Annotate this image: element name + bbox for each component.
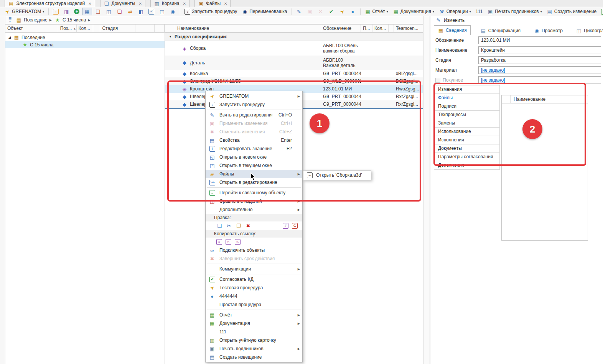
blocks-view-button[interactable]: ◰ — [157, 8, 167, 15]
context-menu-item[interactable]: ▤Создать извещение — [206, 353, 302, 361]
aspect-tab[interactable]: Файлы — [434, 94, 499, 102]
column-header[interactable] — [165, 25, 175, 32]
properties-tab[interactable]: ◉Просмотр — [530, 26, 566, 35]
context-menu-item[interactable]: Коммуникации▶ — [206, 265, 302, 273]
column-header[interactable]: П... — [361, 25, 372, 32]
aspect-tab[interactable]: Исполнения — [434, 136, 499, 144]
tree-view-button[interactable]: ◧ — [136, 8, 146, 15]
aspect-tab[interactable]: Документы — [434, 144, 499, 153]
field-input[interactable]: [не задано] — [478, 66, 601, 74]
context-menu-item[interactable]: →Перейти к связанному объекту — [206, 189, 302, 197]
run-procedure-button[interactable]: ↓Запустить процедуру — [183, 8, 239, 15]
column-header[interactable]: Обозначение — [321, 25, 361, 32]
context-menu-item[interactable]: Дополнительно▶ — [206, 205, 302, 214]
web-procedure-button[interactable]: ● — [348, 8, 358, 15]
ref-r-icon[interactable]: R. — [235, 239, 241, 245]
context-menu-item[interactable]: ∞Подключить объекты — [206, 246, 302, 254]
column-header[interactable] — [93, 25, 100, 32]
field-input[interactable]: [не задано] — [478, 76, 601, 84]
context-menu-item[interactable]: ▦Отчёт▶ — [206, 311, 302, 319]
tab-close-icon[interactable]: ✕ — [138, 2, 142, 6]
files-header-name[interactable]: Наименование — [511, 95, 588, 103]
tab-close-icon[interactable]: ✕ — [183, 2, 186, 6]
column-header[interactable]: Наименование — [175, 25, 321, 32]
documentation-button[interactable]: ▦Документация▾ — [391, 8, 436, 15]
copy-icon[interactable]: ❏ — [216, 223, 222, 229]
print-originals-button[interactable]: ▣Печать подлинников▾ — [485, 8, 544, 15]
cancel-changes-button[interactable]: ✕ — [316, 8, 326, 15]
context-menu-item[interactable]: ◱Открыть в новом окне — [206, 153, 302, 161]
document-tab[interactable]: ❏Документы✕ — [100, 0, 145, 7]
field-input[interactable]: Кронштейн — [478, 46, 601, 54]
context-menu-item[interactable]: ✎Взять на редактированиеCtrl+O — [206, 111, 302, 119]
column-header[interactable]: Поз...▲ — [58, 25, 77, 32]
document-tab[interactable]: ▥Корзина✕ — [150, 0, 189, 7]
group-expander-icon[interactable]: ▾ — [168, 35, 172, 38]
tab-close-icon[interactable]: ✕ — [88, 2, 91, 6]
context-menu-item[interactable]: ✖Отменить измененияCtrl+Z — [206, 128, 302, 136]
wizard-button[interactable]: ◨ — [61, 8, 71, 15]
apply-changes-button[interactable]: ▣ — [305, 8, 315, 15]
column-header[interactable]: Объект — [5, 25, 58, 32]
aspect-tab[interactable]: Замены — [434, 119, 499, 128]
paste-icon[interactable]: ❐ — [236, 223, 242, 229]
report-button[interactable]: ▦Отчёт▾ — [363, 8, 390, 15]
properties-tab[interactable]: ◫Циклограмма — [572, 26, 603, 35]
table-row[interactable]: ◈СборкаАБВГ.100 Очень важная сборка — [165, 41, 423, 56]
doc-g-icon[interactable]: G — [292, 223, 298, 229]
column-header[interactable] — [135, 25, 155, 32]
column-header[interactable]: Стадия — [100, 25, 135, 32]
sync-button[interactable]: ⇄ — [125, 8, 135, 15]
aspect-tab[interactable]: Использование — [434, 128, 499, 136]
field-input[interactable]: 123.01.01 МИ — [478, 36, 601, 44]
aspect-tab[interactable]: Подписи — [434, 102, 499, 111]
approve-button[interactable]: ✔ — [326, 8, 336, 15]
tree-item[interactable]: ◢▦Последние — [5, 34, 165, 41]
greenatom-menu-button[interactable]: ➤GREENATOM▾ — [2, 8, 46, 15]
context-menu-item[interactable]: ▦Документация▶ — [206, 319, 302, 328]
preview-button[interactable]: ◉ — [168, 8, 178, 15]
aspect-tab[interactable]: Изменения — [434, 85, 499, 94]
properties-tab[interactable]: ▦Сведения — [434, 25, 471, 35]
compare-originals-button[interactable]: ±Сравнить подлинники — [599, 8, 603, 15]
column-header[interactable]: Кол... — [77, 25, 94, 32]
tree-expander-icon[interactable]: ◢ — [8, 36, 12, 39]
ref-p-icon[interactable]: P. — [226, 239, 231, 245]
copy-document-button[interactable]: ❏ — [93, 8, 103, 15]
panel-splitter[interactable] — [423, 16, 430, 364]
aspect-tab[interactable]: Параметры согласования — [434, 153, 499, 161]
column-header[interactable] — [389, 25, 394, 32]
field-input[interactable]: Разработка — [478, 56, 601, 64]
not-set-link[interactable]: [не задано] — [481, 77, 505, 83]
column-header[interactable] — [155, 25, 165, 32]
take-for-edit-button[interactable]: ✎ — [294, 8, 304, 15]
checkbox[interactable] — [435, 78, 440, 83]
tab-close-icon[interactable]: ✕ — [224, 2, 227, 6]
spec-section-group-row[interactable]: ▾ Раздел спецификации: — [165, 33, 423, 41]
structure-button[interactable]: ◫ — [104, 8, 114, 15]
context-menu-item[interactable]: ✖Завершить срок действия — [206, 254, 302, 263]
breadcrumb-item[interactable]: ★С 15 числа▶ — [54, 17, 90, 23]
context-menu-item[interactable]: ▥Открыть учётную карточку — [206, 336, 302, 344]
aspect-tab[interactable]: Дополнения — [434, 161, 499, 170]
doc-num-icon[interactable]: # — [283, 223, 288, 229]
context-menu-item[interactable]: ▤СвойстваEnter — [206, 136, 302, 144]
context-menu-item[interactable]: ▣Применить измененияCtrl+I — [206, 119, 302, 128]
context-menu-item[interactable]: ▣Печать подлинников▶ — [206, 344, 302, 353]
aspect-tab[interactable]: Техпроцессы — [434, 111, 499, 119]
table-row[interactable]: ◆Электрод УОНИИ-13/55G9_WLD_0000002...BC… — [165, 77, 423, 85]
add-button[interactable]: + — [72, 8, 81, 15]
test-procedure-button[interactable]: ➤ — [337, 8, 347, 15]
context-menu-item[interactable]: ◫Сравнение изделий▶ — [206, 197, 302, 205]
submenu-open-a3d-item[interactable]: Открыть 'Сборка.a3d' — [316, 172, 362, 178]
tree-item[interactable]: ★С 15 числа — [5, 41, 165, 48]
context-menu-item[interactable]: Простая процедура — [206, 300, 302, 309]
open-folder-button[interactable]: ↑ — [51, 8, 61, 15]
document-tab[interactable]: ▤Электронная структура изделий✕ — [5, 0, 95, 7]
custom-111-button[interactable]: 111 — [474, 8, 484, 15]
column-header[interactable]: Кол... — [372, 25, 389, 32]
context-menu-item[interactable]: ↓Запустить процедуру — [206, 100, 302, 109]
properties-tab[interactable]: ▤Спецификация — [477, 26, 524, 35]
column-header[interactable]: Teamcen... — [394, 25, 423, 32]
breadcrumb-menu-icon[interactable]: ☰▾ — [7, 17, 13, 23]
